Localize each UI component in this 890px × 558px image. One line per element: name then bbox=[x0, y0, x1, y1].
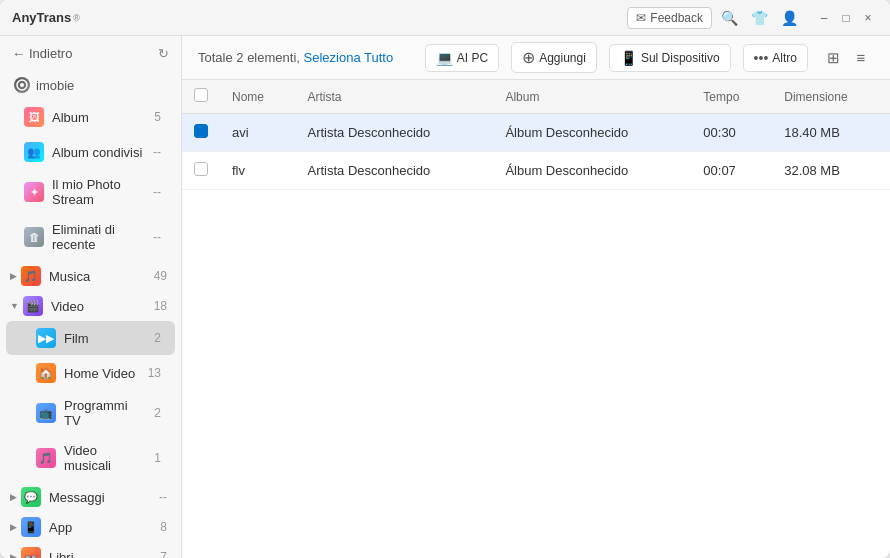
film-label: Film bbox=[64, 331, 146, 346]
messaggi-count: -- bbox=[159, 490, 167, 504]
row-2-checkbox[interactable] bbox=[194, 162, 208, 176]
list-view-button[interactable]: ≡ bbox=[848, 45, 874, 71]
table-body: avi Artista Desconhecido Álbum Desconhec… bbox=[182, 114, 890, 190]
add-icon: ⊕ bbox=[522, 48, 535, 67]
shared-albums-label: Album condivisi bbox=[52, 145, 145, 160]
album-icon: 🖼 bbox=[24, 107, 44, 127]
user-button[interactable]: 👤 bbox=[776, 5, 802, 31]
shared-albums-count: -- bbox=[153, 145, 161, 159]
feedback-label: Feedback bbox=[650, 11, 703, 25]
select-all-link[interactable]: Seleziona Tutto bbox=[304, 50, 394, 65]
to-pc-button[interactable]: 💻 AI PC bbox=[425, 44, 499, 72]
video-icon: 🎬 bbox=[23, 296, 43, 316]
sidebar-item-film[interactable]: ▶▶ Film 2 bbox=[6, 321, 175, 355]
album-count: 5 bbox=[154, 110, 161, 124]
column-header-nome: Nome bbox=[220, 80, 295, 114]
sidebar-item-video-musicali[interactable]: 🎵 Video musicali 1 bbox=[6, 436, 175, 480]
row-2-tempo: 00:07 bbox=[691, 152, 772, 190]
programmi-tv-icon: 📺 bbox=[36, 403, 56, 423]
app-title-text: AnyTrans bbox=[12, 10, 71, 25]
column-header-checkbox bbox=[182, 80, 220, 114]
sidebar-group-video: ▼ 🎬 Video 18 ▶▶ Film 2 bbox=[0, 290, 181, 481]
on-device-button[interactable]: 📱 Sul Dispositivo bbox=[609, 44, 731, 72]
app-title-sup: ® bbox=[73, 13, 80, 23]
titlebar: AnyTrans® ✉ Feedback 🔍 👕 👤 – □ bbox=[0, 0, 890, 36]
recently-deleted-label: Eliminati di recente bbox=[52, 222, 145, 252]
sidebar-group-messaggi: ▶ 💬 Messaggi -- bbox=[0, 481, 181, 511]
file-table: Nome Artista Album Tempo Dimensione bbox=[182, 80, 890, 190]
film-count: 2 bbox=[154, 331, 161, 345]
minimize-button[interactable]: – bbox=[814, 8, 834, 28]
column-header-tempo: Tempo bbox=[691, 80, 772, 114]
row-1-checkbox[interactable] bbox=[194, 124, 208, 138]
search-icon: 🔍 bbox=[721, 10, 738, 26]
video-musicali-icon: 🎵 bbox=[36, 448, 56, 468]
maximize-button[interactable]: □ bbox=[836, 8, 856, 28]
home-video-count: 13 bbox=[148, 366, 161, 380]
sidebar-item-recently-deleted[interactable]: 🗑 Eliminati di recente -- bbox=[6, 215, 175, 259]
sidebar-brand: imobie bbox=[0, 71, 181, 99]
sidebar-item-photo-stream[interactable]: ✦ Il mio Photo Stream -- bbox=[6, 170, 175, 214]
album-label: Album bbox=[52, 110, 146, 125]
search-button[interactable]: 🔍 bbox=[716, 5, 742, 31]
sidebar-item-messaggi[interactable]: ▶ 💬 Messaggi -- bbox=[0, 481, 181, 511]
sidebar: ← Indietro ↻ imobie 🖼 bbox=[0, 36, 182, 558]
refresh-button[interactable]: ↻ bbox=[158, 46, 169, 61]
row-2-album: Álbum Desconhecido bbox=[493, 152, 691, 190]
minimize-icon: – bbox=[821, 11, 828, 25]
messaggi-label: Messaggi bbox=[49, 490, 155, 505]
home-video-label: Home Video bbox=[64, 366, 140, 381]
on-device-label: Sul Dispositivo bbox=[641, 51, 720, 65]
recently-deleted-icon: 🗑 bbox=[24, 227, 44, 247]
titlebar-left: AnyTrans® bbox=[12, 10, 80, 25]
musica-chevron-icon: ▶ bbox=[10, 271, 17, 281]
sidebar-group-video-header[interactable]: ▼ 🎬 Video 18 bbox=[0, 290, 181, 320]
back-button[interactable]: ← Indietro bbox=[12, 46, 72, 61]
home-video-icon: 🏠 bbox=[36, 363, 56, 383]
row-2-artista: Artista Desconhecido bbox=[295, 152, 493, 190]
sidebar-header: ← Indietro ↻ bbox=[0, 36, 181, 71]
libri-chevron-icon: ▶ bbox=[10, 552, 17, 558]
grid-view-button[interactable]: ⊞ bbox=[820, 45, 846, 71]
select-all-checkbox[interactable] bbox=[194, 88, 208, 102]
close-button[interactable]: × bbox=[858, 8, 878, 28]
main-layout: ← Indietro ↻ imobie 🖼 bbox=[0, 36, 890, 558]
titlebar-right: ✉ Feedback 🔍 👕 👤 – □ × bbox=[627, 5, 878, 31]
more-label: Altro bbox=[772, 51, 797, 65]
content-area: Totale 2 elementi, Seleziona Tutto 💻 AI … bbox=[182, 36, 890, 558]
musica-icon: 🎵 bbox=[21, 266, 41, 286]
video-count: 18 bbox=[154, 299, 167, 313]
add-button[interactable]: ⊕ Aggiungi bbox=[511, 42, 597, 73]
musica-label: Musica bbox=[49, 269, 150, 284]
feedback-button[interactable]: ✉ Feedback bbox=[627, 7, 712, 29]
sidebar-group-musica-header[interactable]: ▶ 🎵 Musica 49 bbox=[0, 260, 181, 290]
brand-icon bbox=[14, 77, 30, 93]
recently-deleted-count: -- bbox=[153, 230, 161, 244]
back-label: Indietro bbox=[29, 46, 72, 61]
musica-count: 49 bbox=[154, 269, 167, 283]
sidebar-item-album[interactable]: 🖼 Album 5 bbox=[6, 100, 175, 134]
more-button[interactable]: ••• Altro bbox=[743, 44, 808, 72]
film-icon: ▶▶ bbox=[36, 328, 56, 348]
list-view-icon: ≡ bbox=[857, 49, 866, 66]
row-1-album: Álbum Desconhecido bbox=[493, 114, 691, 152]
sidebar-item-shared-albums[interactable]: 👥 Album condivisi -- bbox=[6, 135, 175, 169]
sidebar-item-app[interactable]: ▶ 📱 App 8 bbox=[0, 511, 181, 541]
photo-stream-icon: ✦ bbox=[24, 182, 44, 202]
profile-button[interactable]: 👕 bbox=[746, 5, 772, 31]
sidebar-item-libri[interactable]: ▶ 👓 Libri 7 bbox=[0, 541, 181, 558]
photo-stream-label: Il mio Photo Stream bbox=[52, 177, 145, 207]
refresh-icon: ↻ bbox=[158, 46, 169, 61]
feedback-icon: ✉ bbox=[636, 11, 646, 25]
table-row[interactable]: avi Artista Desconhecido Álbum Desconhec… bbox=[182, 114, 890, 152]
libri-icon: 👓 bbox=[21, 547, 41, 558]
libri-count: 7 bbox=[160, 550, 167, 558]
sidebar-item-programmi-tv[interactable]: 📺 Programmi TV 2 bbox=[6, 391, 175, 435]
video-label: Video bbox=[51, 299, 150, 314]
app-count: 8 bbox=[160, 520, 167, 534]
brand-name: imobie bbox=[36, 78, 74, 93]
row-2-dimensione: 32.08 MB bbox=[772, 152, 890, 190]
sidebar-item-home-video[interactable]: 🏠 Home Video 13 bbox=[6, 356, 175, 390]
table-row[interactable]: flv Artista Desconhecido Álbum Desconhec… bbox=[182, 152, 890, 190]
app-chevron-icon: ▶ bbox=[10, 522, 17, 532]
